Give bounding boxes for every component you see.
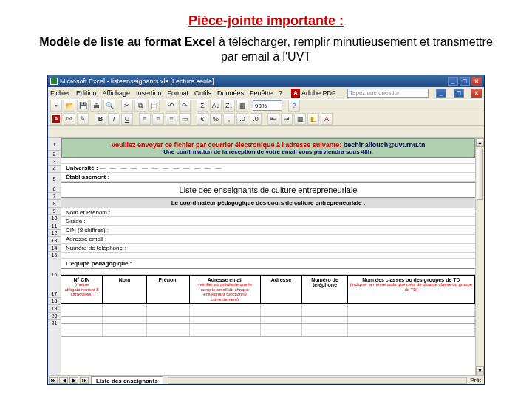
row-header[interactable]: 7: [48, 193, 61, 200]
menu-edit[interactable]: Edition: [76, 89, 97, 97]
row-header[interactable]: 5: [48, 173, 61, 185]
table-row[interactable]: [61, 317, 475, 324]
row-header[interactable]: 20: [48, 313, 61, 320]
standard-toolbar: ▫ 📂 💾 🖶 🔍 ✂ ⧉ 📋 ↶ ↷ Σ A↓ Z↓ ▦ 93% ?: [48, 99, 484, 112]
table-row[interactable]: [61, 304, 475, 310]
italic-icon[interactable]: I: [108, 113, 120, 125]
tab-last-icon[interactable]: ⏭: [80, 377, 89, 384]
percent-icon[interactable]: %: [210, 113, 222, 125]
excel-window: Microsoft Excel - listeenseignants.xls […: [47, 75, 485, 385]
field-nom: Nom et Prénom :: [61, 208, 475, 217]
tab-first-icon[interactable]: ⏮: [49, 377, 58, 384]
fill-color-icon[interactable]: ◧: [307, 113, 319, 125]
row-header[interactable]: 18: [48, 298, 61, 305]
menu-help[interactable]: ?: [279, 89, 282, 97]
row-header[interactable]: 2: [48, 151, 61, 158]
table-row[interactable]: [61, 324, 475, 330]
row-header[interactable]: 3: [48, 158, 61, 166]
menu-file[interactable]: Fichier: [50, 89, 70, 97]
sum-icon[interactable]: Σ: [197, 100, 208, 112]
row-header[interactable]: 12: [48, 230, 61, 237]
scroll-thumb[interactable]: [477, 149, 483, 200]
instruction-banner: Veuillez envoyer ce fichier par courrier…: [61, 138, 475, 158]
align-right-icon[interactable]: ≡: [166, 113, 177, 125]
doc-minimize-button[interactable]: _: [436, 89, 446, 98]
open-icon[interactable]: 📂: [64, 100, 75, 112]
row-header[interactable]: 14: [48, 245, 61, 252]
doc-close-button[interactable]: ×: [471, 89, 482, 98]
help-search-input[interactable]: Tapez une question: [347, 89, 429, 98]
table-row[interactable]: [61, 310, 475, 317]
copy-icon[interactable]: ⧉: [134, 100, 146, 112]
page-subtitle: Modèle de liste au format Excel à téléch…: [30, 35, 502, 64]
table-row[interactable]: [61, 330, 475, 337]
row-header[interactable]: 19: [48, 305, 61, 313]
menu-tools[interactable]: Outils: [194, 89, 211, 97]
border-icon[interactable]: ▦: [294, 113, 306, 125]
chart-icon[interactable]: ▦: [236, 100, 248, 112]
zoom-combo[interactable]: 93%: [253, 100, 282, 111]
currency-icon[interactable]: €: [197, 113, 208, 125]
row-header[interactable]: 17: [48, 290, 61, 298]
coord-header: Le coordinateur pédagogique des cours de…: [61, 198, 475, 208]
close-button[interactable]: ×: [471, 77, 482, 86]
pdf-mail-icon[interactable]: ✉: [64, 113, 75, 125]
bold-icon[interactable]: B: [95, 113, 106, 125]
menu-view[interactable]: Affichage: [103, 89, 130, 97]
sheet-tab[interactable]: Liste des enseignants: [91, 376, 163, 384]
new-icon[interactable]: ▫: [50, 100, 62, 112]
help-icon[interactable]: ?: [288, 100, 300, 112]
maximize-button[interactable]: □: [460, 77, 470, 86]
doc-restore-button[interactable]: □: [454, 89, 464, 98]
indent-inc-icon[interactable]: ⇥: [281, 113, 293, 125]
minimize-button[interactable]: _: [448, 77, 458, 86]
menu-data[interactable]: Données: [217, 89, 244, 97]
underline-icon[interactable]: U: [121, 113, 133, 125]
row-header[interactable]: 10: [48, 215, 61, 222]
row-header[interactable]: 6: [48, 185, 61, 193]
comma-icon[interactable]: ,: [223, 113, 235, 125]
menu-insert[interactable]: Insertion: [136, 89, 162, 97]
tab-prev-icon[interactable]: ◀: [59, 377, 68, 384]
menu-window[interactable]: Fenêtre: [250, 89, 273, 97]
row-header[interactable]: 11: [48, 222, 61, 230]
row-header[interactable]: 16: [48, 259, 61, 290]
font-color-icon[interactable]: A: [321, 113, 332, 125]
align-center-icon[interactable]: ≡: [152, 113, 164, 125]
row-header[interactable]: 15: [48, 252, 61, 259]
sheet-content: Veuillez envoyer ce fichier par courrier…: [61, 138, 475, 375]
print-icon[interactable]: 🖶: [90, 100, 102, 112]
menu-format[interactable]: Format: [167, 89, 188, 97]
sort-asc-icon[interactable]: A↓: [210, 100, 222, 112]
row-header[interactable]: 21: [48, 320, 61, 327]
vertical-scrollbar[interactable]: ▲ ▼: [475, 138, 484, 375]
menu-adobe[interactable]: AAdobe PDF: [288, 89, 339, 98]
sort-desc-icon[interactable]: Z↓: [223, 100, 235, 112]
preview-icon[interactable]: 🔍: [103, 100, 115, 112]
paste-icon[interactable]: 📋: [148, 100, 160, 112]
merge-icon[interactable]: ▭: [179, 113, 191, 125]
redo-icon[interactable]: ↷: [179, 100, 191, 112]
indent-dec-icon[interactable]: ⇤: [267, 113, 279, 125]
pdf-export-icon[interactable]: A: [50, 113, 62, 125]
cut-icon[interactable]: ✂: [121, 100, 133, 112]
row-header[interactable]: 4: [48, 166, 61, 173]
dec-inc-icon[interactable]: .0: [236, 113, 248, 125]
dec-dec-icon[interactable]: .0: [250, 113, 262, 125]
row-header[interactable]: 8: [48, 200, 61, 208]
row-header[interactable]: 1: [48, 138, 61, 151]
spreadsheet-grid[interactable]: 1 2 3 4 5 6 7 8 9 10 11 12 13 14 15 16 1…: [48, 137, 484, 375]
window-title: Microsoft Excel - listeenseignants.xls […: [60, 78, 214, 85]
undo-icon[interactable]: ↶: [166, 100, 177, 112]
tab-next-icon[interactable]: ▶: [69, 377, 78, 384]
row-header[interactable]: 9: [48, 208, 61, 215]
pdf-review-icon[interactable]: ✎: [77, 113, 89, 125]
scroll-down-icon[interactable]: ▼: [476, 366, 484, 375]
field-universite: Université : — — — — — — — — — — — —: [61, 164, 475, 173]
row-header[interactable]: 13: [48, 237, 61, 245]
status-ready: Prêt: [467, 377, 484, 383]
save-icon[interactable]: 💾: [77, 100, 89, 112]
align-left-icon[interactable]: ≡: [139, 113, 151, 125]
scroll-up-icon[interactable]: ▲: [476, 138, 484, 147]
horizontal-scrollbar[interactable]: [168, 377, 468, 384]
